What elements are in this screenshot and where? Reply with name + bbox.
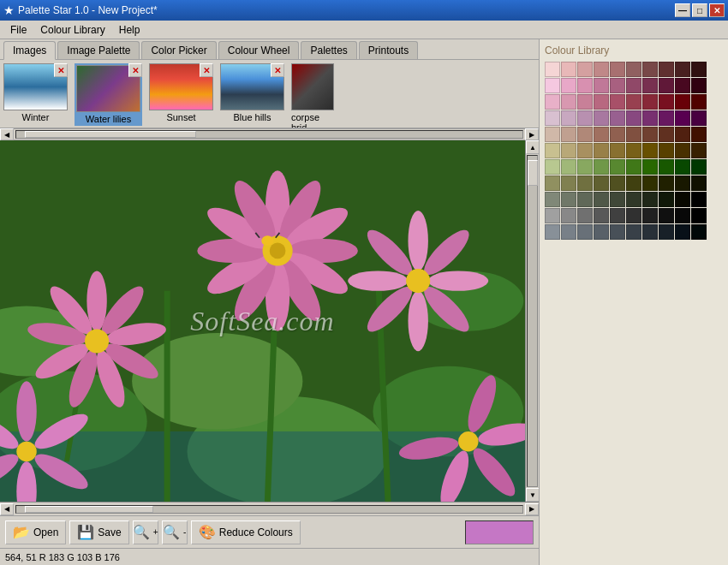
color-swatch-34[interactable] (610, 110, 625, 126)
color-swatch-89[interactable] (691, 192, 707, 207)
menu-file[interactable]: File (3, 22, 33, 38)
color-swatch-58[interactable] (675, 143, 690, 158)
hscroll-thumb[interactable] (25, 506, 153, 513)
color-swatch-83[interactable] (594, 192, 609, 207)
color-swatch-2[interactable] (577, 62, 593, 77)
color-swatch-15[interactable] (626, 78, 641, 93)
image-canvas[interactable]: SoftSea.com (0, 140, 525, 502)
color-swatch-68[interactable] (675, 159, 690, 175)
reduce-colours-button[interactable]: 🎨 Reduce Colours (191, 520, 301, 544)
vertical-scrollbar[interactable]: ▲ ▼ (525, 140, 539, 502)
color-swatch-51[interactable] (561, 143, 576, 158)
save-button[interactable]: 💾 Save (69, 520, 128, 544)
color-swatch-32[interactable] (577, 110, 593, 126)
color-swatch-37[interactable] (659, 110, 674, 126)
color-swatch-99[interactable] (691, 208, 707, 223)
zoom-out-button[interactable]: 🔍 - (162, 520, 188, 544)
color-swatch-56[interactable] (642, 143, 658, 158)
vscroll-down[interactable]: ▼ (526, 488, 539, 502)
color-swatch-5[interactable] (626, 62, 641, 77)
thumb-scroll-left[interactable]: ◀ (0, 128, 14, 140)
thumbnail-bluehills-close[interactable]: ✕ (271, 63, 284, 77)
color-swatch-91[interactable] (561, 208, 576, 223)
color-swatch-3[interactable] (594, 62, 609, 77)
vscroll-thumb[interactable] (528, 160, 538, 186)
color-swatch-88[interactable] (675, 192, 690, 207)
color-swatch-76[interactable] (642, 175, 658, 191)
thumbnail-scrollbar[interactable]: ◀ ▶ (0, 128, 539, 140)
color-swatch-29[interactable] (691, 94, 707, 110)
color-swatch-77[interactable] (659, 175, 674, 191)
thumbnail-corpse[interactable]: corpse brid (291, 63, 334, 128)
color-swatch-40[interactable] (545, 127, 560, 142)
thumb-scroll-thumb[interactable] (25, 131, 196, 138)
color-swatch-4[interactable] (610, 62, 625, 77)
color-swatch-48[interactable] (675, 127, 690, 142)
color-swatch-42[interactable] (577, 127, 593, 142)
color-swatch-16[interactable] (642, 78, 658, 93)
color-swatch-63[interactable] (594, 159, 609, 175)
color-swatch-108[interactable] (675, 224, 690, 240)
close-button[interactable]: ✕ (709, 3, 725, 17)
color-swatch-10[interactable] (545, 78, 560, 93)
color-swatch-26[interactable] (642, 94, 658, 110)
color-swatch-39[interactable] (691, 110, 707, 126)
color-swatch-96[interactable] (642, 208, 658, 223)
color-swatch-100[interactable] (545, 224, 560, 240)
thumbnail-sunset[interactable]: ✕ Sunset (149, 63, 213, 122)
vscroll-track[interactable] (527, 155, 538, 487)
color-swatch-43[interactable] (594, 127, 609, 142)
thumb-scroll-track[interactable] (15, 130, 523, 139)
color-swatch-27[interactable] (659, 94, 674, 110)
color-swatch-50[interactable] (545, 143, 560, 158)
color-swatch-22[interactable] (577, 94, 593, 110)
color-swatch-67[interactable] (659, 159, 674, 175)
hscroll-left[interactable]: ◀ (0, 503, 14, 515)
thumbnail-bluehills[interactable]: ✕ Blue hills (220, 63, 284, 122)
color-swatch-59[interactable] (691, 143, 707, 158)
color-swatch-82[interactable] (577, 192, 593, 207)
color-swatch-81[interactable] (561, 192, 576, 207)
color-swatch-49[interactable] (691, 127, 707, 142)
color-swatch-60[interactable] (545, 159, 560, 175)
color-swatch-90[interactable] (545, 208, 560, 223)
color-swatch-35[interactable] (626, 110, 641, 126)
color-swatch-79[interactable] (691, 175, 707, 191)
color-swatch-97[interactable] (659, 208, 674, 223)
tab-image-palette[interactable]: Image Palette (57, 41, 140, 59)
color-swatch-104[interactable] (610, 224, 625, 240)
tab-palettes[interactable]: Palettes (301, 41, 356, 59)
color-swatch-24[interactable] (610, 94, 625, 110)
color-swatch-36[interactable] (642, 110, 658, 126)
color-swatch-80[interactable] (545, 192, 560, 207)
thumb-scroll-right[interactable]: ▶ (525, 128, 539, 140)
vscroll-up[interactable]: ▲ (526, 140, 539, 154)
thumbnail-waterlilies[interactable]: ✕ Water lilies (75, 63, 142, 126)
color-swatch-57[interactable] (659, 143, 674, 158)
color-swatch-75[interactable] (626, 175, 641, 191)
thumbnail-waterlilies-close[interactable]: ✕ (128, 63, 142, 77)
menu-colour-library[interactable]: Colour Library (33, 22, 111, 38)
color-swatch-95[interactable] (626, 208, 641, 223)
color-swatch-52[interactable] (577, 143, 593, 158)
color-swatch-45[interactable] (626, 127, 641, 142)
color-swatch-8[interactable] (675, 62, 690, 77)
menu-help[interactable]: Help (112, 22, 147, 38)
color-swatch-46[interactable] (642, 127, 658, 142)
color-swatch-44[interactable] (610, 127, 625, 142)
color-swatch-70[interactable] (545, 175, 560, 191)
color-swatch-14[interactable] (610, 78, 625, 93)
color-swatch-38[interactable] (675, 110, 690, 126)
color-swatch-106[interactable] (642, 224, 658, 240)
color-swatch-54[interactable] (610, 143, 625, 158)
color-swatch-23[interactable] (594, 94, 609, 110)
color-swatch-69[interactable] (691, 159, 707, 175)
color-swatch-13[interactable] (594, 78, 609, 93)
color-swatch-98[interactable] (675, 208, 690, 223)
color-swatch-33[interactable] (594, 110, 609, 126)
color-swatch-105[interactable] (626, 224, 641, 240)
color-swatch-85[interactable] (626, 192, 641, 207)
color-swatch-65[interactable] (626, 159, 641, 175)
color-swatch-17[interactable] (659, 78, 674, 93)
color-swatch-62[interactable] (577, 159, 593, 175)
